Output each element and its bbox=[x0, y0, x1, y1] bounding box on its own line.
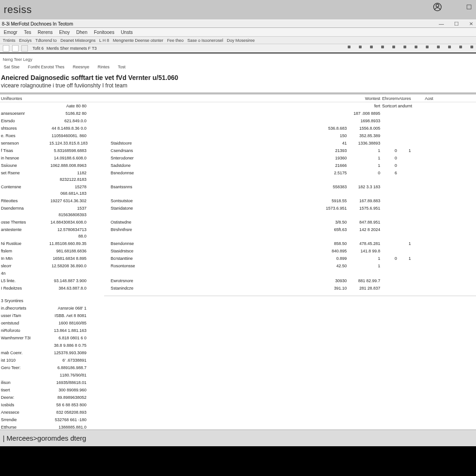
table-row[interactable]: arstestente12.5780834713 88.0Btrshnthsre… bbox=[0, 226, 476, 240]
sub-tab[interactable]: Sat Stse bbox=[4, 65, 20, 69]
menu-item[interactable]: Emogr bbox=[4, 30, 17, 35]
toolbar-icon[interactable] bbox=[359, 46, 362, 48]
column-header[interactable] bbox=[123, 96, 349, 101]
table-row[interactable]: 38.8 9.886 8 0.75 bbox=[0, 342, 476, 349]
column-header[interactable]: Atores bbox=[399, 96, 413, 101]
toolbar-icon[interactable] bbox=[392, 46, 395, 48]
toolbar-button[interactable] bbox=[21, 45, 28, 52]
table-row[interactable]: Anessece832 058208.893 bbox=[0, 409, 476, 416]
toolbar-icon[interactable] bbox=[426, 46, 429, 48]
table-row[interactable]: niRoforoto13.864 1.881.163 bbox=[0, 327, 476, 334]
tab[interactable]: L H 8 bbox=[99, 38, 109, 43]
table-row[interactable]: shtsores44 8.1489.8.36 0.0536.8.6831556.… bbox=[0, 125, 476, 132]
table-row[interactable]: sleorr12.58208 36.890.0Rosontonsse42.501 bbox=[0, 262, 476, 270]
table-row[interactable]: oentstusd1600 88160/85 bbox=[0, 319, 476, 327]
cell bbox=[399, 140, 413, 146]
column-header[interactable] bbox=[49, 96, 88, 101]
menu-item[interactable]: Rerens bbox=[38, 30, 53, 35]
table-row[interactable]: e. Roes11059460081. 860150352.85.389 bbox=[0, 132, 476, 139]
column-header[interactable]: Aost bbox=[413, 96, 435, 101]
cell: Sortcort andurnt bbox=[382, 103, 432, 109]
table-row[interactable]: ist 10106' .67338891 bbox=[0, 357, 476, 364]
table-row[interactable]: ansesoesenr5186.82 80187 .008 8895 bbox=[0, 110, 476, 117]
table-row[interactable]: Gero Teer:6.889186.988.7 bbox=[0, 364, 476, 371]
tab[interactable]: Doy Mosesiree bbox=[227, 38, 255, 43]
tab[interactable]: Tdtorend to bbox=[35, 38, 57, 43]
column-header[interactable]: Wontest bbox=[349, 96, 382, 101]
table-row[interactable]: in.dhecrortetsAsnsroie 068' 1 bbox=[0, 304, 476, 312]
toolbar-icon[interactable] bbox=[470, 46, 473, 48]
window-control-icon[interactable] bbox=[467, 5, 471, 9]
tab[interactable]: Tntints bbox=[3, 38, 15, 43]
tab[interactable]: Fee theo bbox=[167, 38, 184, 43]
cell: Srrendie bbox=[1, 416, 49, 423]
minimize-icon[interactable]: — bbox=[439, 21, 444, 27]
toolbar-icon[interactable] bbox=[381, 46, 384, 48]
toolbar-icon[interactable] bbox=[415, 46, 417, 48]
table-row[interactable]: senseson15.124.33.815.8.183Staidstoore41… bbox=[0, 139, 476, 147]
table-row[interactable]: Deerw:89.8989638052 bbox=[0, 394, 476, 401]
table-row[interactable]: Wamhsmrer T3I6.818 0801 6 0 bbox=[0, 334, 476, 342]
table-row[interactable]: mab Coenr.125378.993.3089 bbox=[0, 349, 476, 357]
toolbar-icon[interactable] bbox=[448, 46, 451, 48]
table-row[interactable]: usser iTamISBB. Aet 8 8081 bbox=[0, 312, 476, 319]
table-row[interactable]: tisert300 89089.960 bbox=[0, 386, 476, 394]
cell: 89.8989638052 bbox=[49, 394, 88, 401]
table-row[interactable]: Eisrsdo621.849.0.01698.8933 bbox=[0, 117, 476, 125]
sub-tab[interactable]: Fontht Esrotst Thes bbox=[28, 65, 64, 69]
toolbar-icon[interactable] bbox=[370, 46, 373, 48]
menu-item[interactable]: Fonitooes bbox=[94, 30, 114, 35]
toolbar-icon[interactable] bbox=[459, 46, 462, 48]
table-row[interactable]: Ni Rustitoe11.85108.660.89.35Bsendonnse8… bbox=[0, 240, 476, 247]
sub-tab[interactable]: Tost bbox=[118, 65, 126, 69]
cell: ftslem bbox=[1, 248, 49, 254]
tab[interactable]: Enoiys bbox=[19, 38, 32, 43]
toolbar-icon[interactable] bbox=[348, 46, 350, 48]
column-header[interactable]: Ehrorernert bbox=[382, 96, 399, 101]
table-row[interactable]: 4n bbox=[0, 270, 476, 277]
toolbar-button[interactable] bbox=[3, 45, 9, 52]
table-row[interactable]: Iosbids58 6 88 853 800 bbox=[0, 401, 476, 409]
table-row[interactable]: ftslem981.68188.6836Stasidrstsce840.8951… bbox=[0, 247, 476, 255]
table-row[interactable]: ilison16935/88618.01 bbox=[0, 379, 476, 386]
column-header[interactable]: Unifteontes bbox=[1, 96, 49, 101]
column-header[interactable] bbox=[88, 96, 123, 101]
table-row[interactable]: Dsendernna1537 815636808393Stanidatone15… bbox=[0, 205, 476, 218]
cell: set Rsene bbox=[1, 170, 49, 183]
cell: 0 bbox=[382, 162, 399, 169]
table-row[interactable]: Srrendie532768 661 -180 bbox=[0, 416, 476, 423]
table-row[interactable]: osse Thentes14.88430834.608.0Ostistwdne3… bbox=[0, 218, 476, 226]
sub-tab[interactable]: Rintes bbox=[98, 65, 110, 69]
svg-point-0 bbox=[436, 4, 439, 7]
sub-tab[interactable]: Reesnye bbox=[73, 65, 89, 69]
menu-item[interactable]: Unsts bbox=[121, 30, 133, 35]
close-icon[interactable]: ⨯ bbox=[469, 21, 473, 27]
table-row[interactable]: Ssiioune1062.888.008.8963Sadstdone216661… bbox=[0, 162, 476, 169]
table-row[interactable]: I Redeitzes384.63.887.8.0Sstanindcze391.… bbox=[0, 284, 476, 292]
tab[interactable]: Mengnente Deense otsnter bbox=[113, 38, 164, 43]
table-row[interactable]: L5 linte.93.148.887 3.900Ewrotrsnore3093… bbox=[0, 277, 476, 284]
menu-item[interactable]: Dhen bbox=[76, 30, 87, 35]
table-row[interactable]: Etthurse1388885.881.0 bbox=[0, 423, 476, 430]
menu-item[interactable]: Tes bbox=[24, 30, 31, 35]
table-row[interactable]: Rtteottes19227 6314.36.302Sontsutstoe591… bbox=[0, 197, 476, 205]
table-row[interactable]: f Tisas5.83168598.6883Csendrsans21393101 bbox=[0, 147, 476, 154]
cell bbox=[413, 285, 435, 291]
table-row[interactable]: In Mtn16581.6834 8.895Bcrstanttine0.8991… bbox=[0, 255, 476, 262]
toolbar-icon[interactable] bbox=[403, 46, 406, 48]
cell bbox=[399, 226, 413, 239]
cell: Iosbids bbox=[1, 402, 49, 408]
menu-item[interactable]: Ehoy bbox=[59, 30, 70, 35]
tab[interactable]: Sase o Isoonerosel bbox=[187, 38, 223, 43]
toolbar-button[interactable] bbox=[12, 45, 19, 52]
maximize-icon[interactable]: ☐ bbox=[454, 21, 459, 27]
table-row[interactable]: 1180.76/90/81 bbox=[0, 371, 476, 379]
cell bbox=[382, 125, 399, 132]
table-row[interactable]: in hesnoe14.09188.6.608.0Snterodoner1936… bbox=[0, 154, 476, 162]
cell: 12.5780834713 88.0 bbox=[49, 226, 88, 239]
toolbar-icon[interactable] bbox=[437, 46, 440, 48]
user-icon[interactable] bbox=[433, 3, 442, 11]
table-row[interactable]: set Rsene1182 8232122.8183Bsnedonnse2.51… bbox=[0, 169, 476, 183]
table-row[interactable]: Contensne15278 068.681A.183Bsantssnns558… bbox=[0, 183, 476, 197]
tab[interactable]: Deanet Misteorgns bbox=[60, 38, 96, 43]
